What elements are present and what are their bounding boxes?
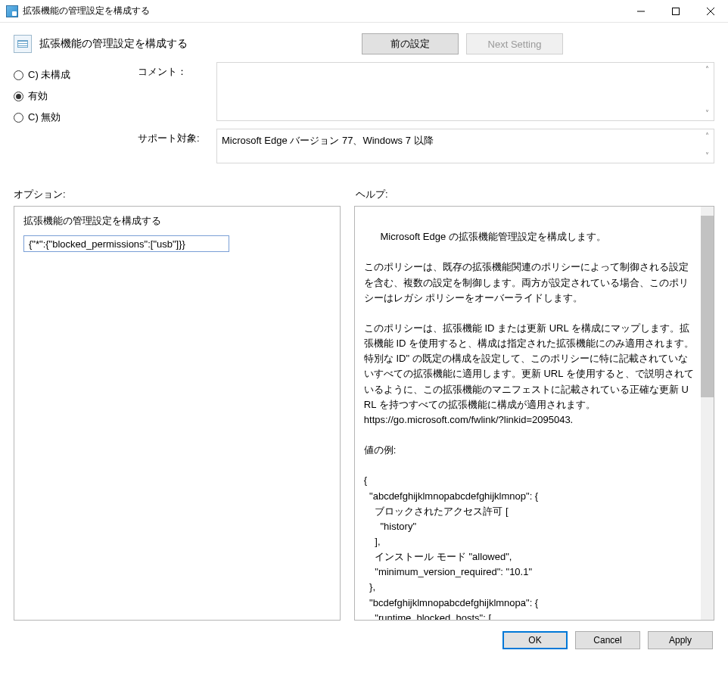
radio-label: C) 未構成 <box>28 68 70 82</box>
radio-label: C) 無効 <box>28 110 61 124</box>
dialog-footer: OK Cancel Apply <box>14 631 714 649</box>
help-text: Microsoft Edge の拡張機能管理設定を構成します。 このポリシーは、… <box>364 231 694 621</box>
radio-enabled[interactable]: 有効 <box>14 89 135 103</box>
option-field-input[interactable] <box>23 235 229 252</box>
scroll-up-icon[interactable]: ˄ <box>702 131 712 142</box>
radio-icon <box>14 113 23 123</box>
close-button[interactable] <box>693 0 728 22</box>
apply-button[interactable]: Apply <box>648 631 713 649</box>
radio-icon <box>14 70 23 80</box>
help-scrollbar-thumb[interactable] <box>701 216 714 397</box>
help-label: ヘルプ: <box>356 188 714 201</box>
scroll-up-icon[interactable]: ˄ <box>702 64 712 75</box>
maximize-button[interactable] <box>658 0 693 22</box>
cancel-button[interactable]: Cancel <box>575 631 640 649</box>
minimize-button[interactable] <box>624 0 658 22</box>
ok-button[interactable]: OK <box>502 631 568 649</box>
header-row: 拡張機能の管理設定を構成する 前の設定 Next Setting <box>14 33 714 54</box>
scroll-down-icon[interactable]: ˅ <box>702 151 712 161</box>
comment-label: コメント： <box>138 62 213 79</box>
help-panel: Microsoft Edge の拡張機能管理設定を構成します。 このポリシーは、… <box>354 206 714 621</box>
radio-icon <box>14 92 23 101</box>
state-radios: C) 未構成 有効 C) 無効 <box>14 62 135 124</box>
radio-label: 有効 <box>28 89 48 103</box>
options-label: オプション: <box>14 188 356 201</box>
next-setting-button: Next Setting <box>466 33 563 54</box>
supported-box: Microsoft Edge バージョン 77、Windows 7 以降 ˄ ˅ <box>216 129 714 163</box>
option-field-label: 拡張機能の管理設定を構成する <box>23 214 331 228</box>
supported-label: サポート対象: <box>138 129 213 145</box>
options-panel: 拡張機能の管理設定を構成する <box>14 206 341 621</box>
app-icon <box>6 5 18 17</box>
previous-setting-button[interactable]: 前の設定 <box>362 33 459 54</box>
policy-title: 拡張機能の管理設定を構成する <box>39 37 188 51</box>
title-bar: 拡張機能の管理設定を構成する <box>0 0 728 23</box>
svg-rect-1 <box>673 8 680 14</box>
radio-not-configured[interactable]: C) 未構成 <box>14 68 135 82</box>
radio-disabled[interactable]: C) 無効 <box>14 110 135 124</box>
policy-icon <box>14 35 32 53</box>
window-controls <box>624 0 728 22</box>
window-title: 拡張機能の管理設定を構成する <box>23 5 624 17</box>
supported-value: Microsoft Edge バージョン 77、Windows 7 以降 <box>222 135 434 146</box>
scroll-down-icon[interactable]: ˅ <box>702 108 712 119</box>
comment-textarea[interactable]: ˄ ˅ <box>216 62 714 121</box>
